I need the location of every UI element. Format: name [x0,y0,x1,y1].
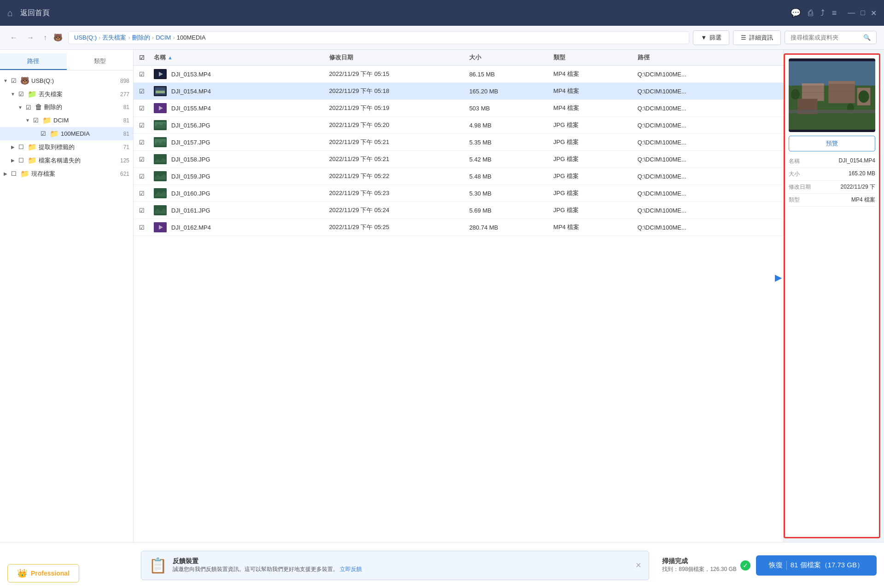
breadcrumb-usb[interactable]: USB(Q:) [74,34,97,41]
sidebar-item-deleted[interactable]: ▼ ☑ 🗑 刪除的 81 [0,101,133,114]
label-usb: USB(Q:) [31,77,118,84]
preview-metadata: 名稱 DJI_0154.MP4 大小 165.20 MB 修改日期 2022/1… [789,155,875,207]
count-lost: 277 [120,91,129,98]
scan-detail: 找到：898個檔案，126.30 GB [662,565,736,573]
feedback-link[interactable]: 立即反饋 [340,566,362,572]
label-100media: 100MEDIA [61,130,122,137]
sidebar-item-existing[interactable]: ▶ ☐ 📁 現存檔案 621 [0,167,133,180]
svg-point-36 [791,89,800,99]
expand-arrow-usb[interactable]: ▼ [2,78,9,83]
meta-name-row: 名稱 DJI_0154.MP4 [789,155,875,168]
sidebar-item-tagged[interactable]: ▶ ☐ 📁 提取到標籤的 71 [0,140,133,154]
file-name: DJI_0160.JPG [171,190,210,197]
checkbox-usb[interactable]: ☑ [11,77,18,84]
table-row[interactable]: ☑ DJI_0159.JPG 2022/11/29 下午 05:22 5.48 … [134,168,783,185]
file-name: DJI_0155.MP4 [171,105,211,112]
up-button[interactable]: ↑ [41,32,50,44]
home-icon[interactable]: ⌂ [7,8,13,18]
table-row[interactable]: ☑ DJI_0160.JPG 2022/11/29 下午 05:23 5.30 … [134,185,783,202]
scan-complete-icon: ✓ [740,560,750,571]
sidebar-item-lost[interactable]: ▼ ☑ 📁 丟失檔案 277 [0,87,133,101]
file-size: 5.30 MB [469,190,553,197]
close-button[interactable]: ✕ [871,9,877,17]
search-box[interactable]: 🔍 [785,31,877,44]
search-icon[interactable]: 🔍 [863,34,871,41]
breadcrumb-lost[interactable]: 丟失檔案 [102,34,126,42]
preview-expand-arrow[interactable]: ▶ [775,272,782,283]
upload-icon[interactable]: ⤴ [820,8,825,18]
tab-type[interactable]: 類型 [67,53,134,70]
filter-button[interactable]: ▼ 篩選 [693,30,729,45]
detail-button[interactable]: ☰ 詳細資訊 [733,30,781,45]
minimize-button[interactable]: — [848,9,855,17]
col-date-header[interactable]: 修改日期 [329,53,470,62]
checkbox-tagged[interactable]: ☐ [18,144,26,150]
breadcrumb-100media[interactable]: 100MEDIA [177,34,206,41]
search-input[interactable] [791,34,860,41]
sidebar-item-100media[interactable]: ☑ 📁 100MEDIA 81 [0,127,133,140]
recover-button[interactable]: 恢復 81 個檔案（17.73 GB） [756,555,877,576]
main-layout: 路徑 類型 ▼ ☑ 🐻 USB(Q:) 898 ▼ ☑ 📁 丟失檔案 277 ▼… [0,50,884,542]
table-row[interactable]: ☑ DJI_0155.MP4 2022/11/29 下午 05:19 503 M… [134,100,783,117]
file-name: DJI_0156.JPG [171,122,210,129]
file-size: 503 MB [469,105,553,112]
forward-button[interactable]: → [24,32,37,44]
table-row[interactable]: ☑ DJI_0161.JPG 2022/11/29 下午 05:24 5.69 … [134,202,783,219]
col-name-header[interactable]: 名稱 ▲ [154,53,329,62]
expand-arrow-deleted[interactable]: ▼ [17,105,24,110]
window-controls: — □ ✕ [848,9,877,17]
sidebar-item-usb[interactable]: ▼ ☑ 🐻 USB(Q:) 898 [0,74,133,87]
checkbox-unnamed[interactable]: ☐ [18,157,26,164]
preview-panel: ▶ [784,53,880,538]
feedback-close-button[interactable]: ✕ [635,561,641,570]
count-deleted: 81 [123,104,129,110]
share-icon[interactable]: ⎙ [808,8,813,18]
meta-type-row: 類型 MP4 檔案 [789,194,875,207]
checkbox-dcim[interactable]: ☑ [33,117,41,124]
preview-button[interactable]: 預覽 [789,136,875,151]
professional-badge[interactable]: 👑 Professional [7,564,79,582]
sidebar-item-dcim[interactable]: ▼ ☑ 📁 DCIM 81 [0,114,133,127]
col-path-header[interactable]: 路徑 [638,53,778,62]
file-thumbnail [154,120,167,130]
file-date: 2022/11/29 下午 05:20 [329,121,470,129]
checkbox-lost[interactable]: ☑ [18,91,26,98]
drive-icon: 🐻 [53,33,63,42]
file-name: DJI_0157.JPG [171,139,210,146]
feedback-text: 誠邀您向我們反饋裝置資訊。這可以幫助我們更好地支援更多裝置。 立即反饋 [173,565,362,573]
file-path: Q:\DCIM\100ME... [638,105,778,112]
file-type: JPG 檔案 [553,155,638,163]
table-row[interactable]: ☑ DJI_0162.MP4 2022/11/29 下午 05:25 280.7… [134,219,783,236]
expand-arrow-unnamed[interactable]: ▶ [9,158,17,163]
expand-arrow-dcim[interactable]: ▼ [24,118,31,123]
menu-icon[interactable]: ≡ [832,8,837,18]
expand-arrow-lost[interactable]: ▼ [9,92,17,97]
col-size-header[interactable]: 大小 [469,53,553,62]
feedback-title: 反饋裝置 [173,557,362,565]
svg-point-37 [859,90,869,103]
table-row[interactable]: ☑ DJI_0153.MP4 2022/11/29 下午 05:15 86.15… [134,66,783,83]
expand-arrow-existing[interactable]: ▶ [2,171,9,176]
breadcrumb-deleted[interactable]: 刪除的 [132,34,150,42]
table-row[interactable]: ☑ DJI_0157.JPG 2022/11/29 下午 05:21 5.35 … [134,134,783,151]
file-name: DJI_0159.JPG [171,173,210,180]
checkbox-deleted[interactable]: ☑ [26,104,33,111]
chat-icon[interactable]: 💬 [791,8,801,18]
file-thumbnail [154,86,167,96]
table-row[interactable]: ☑ DJI_0158.JPG 2022/11/29 下午 05:21 5.42 … [134,151,783,168]
checkbox-existing[interactable]: ☐ [11,170,18,177]
sidebar-item-unnamed[interactable]: ▶ ☐ 📁 檔案名稱遺失的 125 [0,154,133,167]
back-button[interactable]: ← [7,32,20,44]
expand-arrow-tagged[interactable]: ▶ [9,144,17,150]
col-type-header[interactable]: 類型 [553,53,638,62]
table-row[interactable]: ☑ DJI_0154.MP4 2022/11/29 下午 05:18 165.2… [134,83,783,100]
count-usb: 898 [120,78,129,84]
breadcrumb-dcim[interactable]: DCIM [156,34,171,41]
maximize-button[interactable]: □ [861,9,865,17]
meta-type-value: MP4 檔案 [851,196,875,204]
table-row[interactable]: ☑ DJI_0156.JPG 2022/11/29 下午 05:20 4.98 … [134,117,783,134]
checkbox-100media[interactable]: ☑ [41,130,48,137]
tab-path[interactable]: 路徑 [0,53,67,70]
col-check-header[interactable]: ☑ [139,54,154,61]
label-unnamed: 檔案名稱遺失的 [39,156,118,165]
